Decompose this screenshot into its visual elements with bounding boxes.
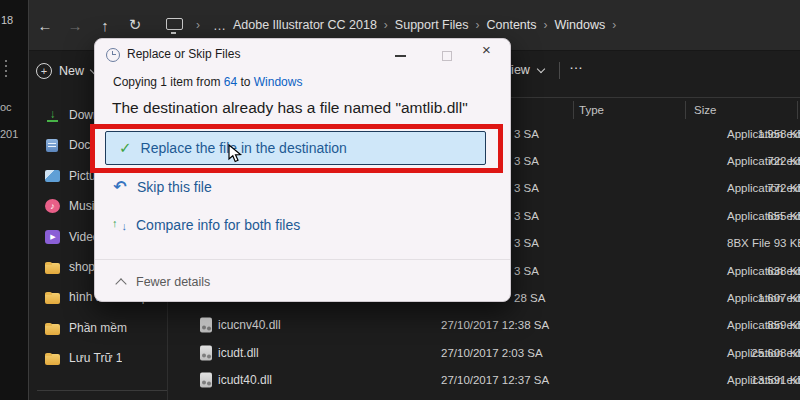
dialog-separator [95, 259, 510, 260]
source-folder-link[interactable]: 64 [224, 75, 237, 89]
monitor-icon [166, 18, 183, 30]
file-size: 655 KB [677, 210, 800, 222]
file-size: 859 KB [677, 319, 800, 331]
breadcrumb-item[interactable]: Contents [487, 18, 537, 32]
column-header-size[interactable]: Size [694, 104, 716, 116]
refresh-icon[interactable]: ↻ [120, 16, 150, 34]
sidebar-item-label: shop [69, 260, 95, 274]
table-row[interactable]: icudt.dll27/10/2017 2:03 SAApplication e… [177, 339, 800, 366]
folder-icon [45, 293, 60, 304]
file-size: 638 KB [677, 265, 800, 277]
plus-icon: + [36, 63, 52, 79]
dll-file-icon [200, 373, 212, 388]
documents-icon [46, 139, 58, 152]
compare-files-label: Compare info for both files [136, 217, 300, 233]
table-row[interactable]: icuin40.dll27/10/2017 2:03 SAApplication… [177, 394, 800, 400]
column-separator[interactable] [573, 101, 574, 119]
file-date-modified: 3 SA [514, 128, 539, 140]
new-button-label: New [59, 64, 84, 78]
dll-file-icon [200, 345, 212, 360]
compare-arrows-icon [112, 217, 127, 233]
toolbar-divider [559, 62, 560, 79]
downloads-icon [45, 108, 60, 122]
new-button[interactable]: + New [36, 63, 97, 79]
sidebar-item-folder[interactable]: shop [45, 257, 95, 277]
folder-icon [45, 354, 60, 365]
file-size: 13.591 KB [677, 374, 800, 386]
fewer-details-label: Fewer details [136, 275, 210, 289]
file-size: 93 KB [677, 237, 800, 249]
table-row[interactable]: icucnv40.dll27/10/2017 12:38 SAApplicati… [177, 312, 800, 339]
breadcrumb-item[interactable]: Windows [555, 18, 606, 32]
sidebar-item-folder[interactable]: Lưu Trữ 1 [45, 348, 122, 368]
file-date-modified: 3 SA [514, 237, 539, 249]
skip-file-label: Skip this file [137, 179, 212, 195]
breadcrumb-separator: › [605, 18, 623, 32]
file-size: 25.608 KB [677, 347, 800, 359]
screen: 18 oc 201 ← → ↑ ↻ › … Adobe Illustrator … [0, 0, 800, 400]
back-icon[interactable]: ← [30, 17, 60, 34]
copy-summary-prefix: Copying 1 item from [113, 75, 224, 89]
file-date-modified: 27/10/2017 12:37 SA [441, 374, 549, 386]
breadcrumb-separator: › [377, 18, 395, 32]
breadcrumb-item[interactable]: Support Files [395, 18, 469, 32]
sidebar-item-music[interactable]: Music [45, 196, 100, 216]
breadcrumb-overflow-icon[interactable]: … [207, 18, 233, 33]
background-text-fragment: oc [0, 101, 12, 113]
minimize-button[interactable] [395, 55, 406, 57]
dll-file-icon [200, 318, 212, 333]
fewer-details-button[interactable]: Fewer details [117, 275, 210, 289]
file-date-modified: 3 SA [514, 155, 539, 167]
file-name: icucnv40.dll [218, 318, 281, 332]
column-separator[interactable] [797, 101, 798, 119]
music-icon [45, 199, 60, 213]
file-size: 1.607 KB [677, 292, 800, 304]
sidebar-item-label: Phần mềm [69, 321, 127, 335]
sidebar-separator [37, 390, 167, 391]
breadcrumb: Adobe Illustrator CC 2018›Support Files›… [233, 18, 623, 32]
background-window: 18 oc 201 [0, 0, 28, 400]
chevron-down-icon [537, 65, 545, 73]
copy-dialog-clock-icon [106, 48, 120, 62]
grip-dots-icon [5, 60, 7, 62]
forward-icon[interactable]: → [60, 17, 90, 34]
background-text-fragment: 18 [1, 14, 13, 26]
copy-summary-mid: to [237, 75, 254, 89]
mouse-cursor [228, 144, 246, 164]
file-name: icudt.dll [218, 346, 259, 360]
chevron-up-icon [115, 278, 126, 289]
column-header-type[interactable]: Type [579, 104, 604, 116]
background-text-fragment: 201 [0, 128, 18, 140]
breadcrumb-separator: › [189, 18, 207, 32]
breadcrumb-item[interactable]: Adobe Illustrator CC 2018 [233, 18, 377, 32]
dialog-title: Replace or Skip Files [127, 47, 240, 61]
folder-icon [45, 263, 60, 274]
folder-icon [45, 324, 60, 335]
skip-file-button[interactable]: Skip this file [112, 177, 212, 196]
more-options-button[interactable]: … [569, 56, 584, 72]
file-date-modified: 27/10/2017 12:38 SA [441, 319, 549, 331]
close-icon[interactable]: × [482, 41, 491, 58]
file-date-modified: 3 SA [514, 182, 539, 194]
table-row[interactable]: icudt40.dll27/10/2017 12:37 SAApplicatio… [177, 367, 800, 394]
sidebar-item-folder[interactable]: Phần mềm [45, 318, 127, 338]
compare-files-button[interactable]: Compare info for both files [112, 217, 300, 233]
file-date-modified: 3 SA [514, 265, 539, 277]
destination-folder-link[interactable]: Windows [254, 75, 303, 89]
pictures-icon [45, 170, 60, 182]
file-date-modified: 3 SA [514, 210, 539, 222]
file-name: icudt40.dll [218, 373, 272, 387]
breadcrumb-separator: › [537, 18, 555, 32]
maximize-button[interactable] [442, 51, 452, 61]
sidebar-item-label: Lưu Trữ 1 [69, 351, 122, 365]
file-size: 1.958 KB [677, 128, 800, 140]
file-size: 722 KB [677, 155, 800, 167]
videos-icon [45, 230, 60, 244]
skip-arrow-icon [112, 177, 128, 196]
conflict-headline: The destination already has a file named… [112, 99, 468, 117]
file-size: 772 KB [677, 182, 800, 194]
copy-summary: Copying 1 item from 64 to Windows [113, 75, 302, 89]
file-date-modified: 28 SA [514, 292, 545, 304]
column-separator[interactable] [685, 101, 686, 119]
up-icon[interactable]: ↑ [90, 17, 120, 34]
